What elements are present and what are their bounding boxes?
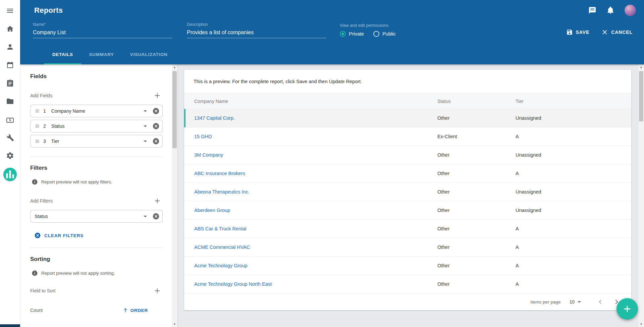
chevron-down-icon[interactable] xyxy=(144,125,147,127)
documents-icon[interactable] xyxy=(5,97,15,106)
table-row[interactable]: ACME Commercial HVAC Other A xyxy=(184,238,631,257)
filter-chip-status[interactable]: Status xyxy=(30,210,163,223)
status-cell: Other xyxy=(437,115,516,121)
tier-cell: Unassigned xyxy=(516,115,631,121)
save-button[interactable]: SAVE xyxy=(566,29,590,36)
table-row[interactable]: Abeona Therapeutics Inc. Other Unassigne… xyxy=(184,183,631,201)
page-scrollbar[interactable]: ▲ ▼ xyxy=(638,64,644,327)
company-link[interactable]: ABS Car & Truck Rental xyxy=(194,226,247,231)
scroll-down-icon[interactable]: ▼ xyxy=(172,321,177,327)
items-per-page-value: 10 xyxy=(569,299,575,305)
radio-unselected-icon xyxy=(373,31,379,37)
radio-public[interactable]: Public xyxy=(373,31,396,37)
table-row[interactable]: Aberdeen Group Other Unassigned xyxy=(184,201,631,220)
description-field-label: Description xyxy=(187,22,326,27)
company-link[interactable]: 15 GHD xyxy=(194,134,212,139)
order-button[interactable]: ORDER xyxy=(122,307,148,313)
header-actions: SAVE CANCEL xyxy=(566,21,633,36)
field-chip-company-name[interactable]: 1 Company Name xyxy=(30,105,163,117)
tab-summary[interactable]: SUMMARY xyxy=(81,46,122,64)
remove-filter-icon[interactable] xyxy=(152,213,160,220)
panel-scrollbar[interactable]: ▲ ▼ xyxy=(172,64,177,327)
settings-gear-icon[interactable] xyxy=(5,151,15,160)
fields-section-title: Fields xyxy=(30,73,163,80)
drag-handle-icon[interactable] xyxy=(35,108,40,114)
company-cell: 15 GHD xyxy=(194,134,437,139)
status-cell: Other xyxy=(437,281,516,287)
company-cell: Acme Technology Group North East xyxy=(194,281,437,287)
add-fields-row: Add Fields xyxy=(30,91,162,100)
cancel-button[interactable]: CANCEL xyxy=(601,29,633,36)
clear-filters-button[interactable]: CLEAR FILTERS xyxy=(34,232,84,239)
scroll-down-icon[interactable]: ▼ xyxy=(638,321,644,327)
arrow-up-icon xyxy=(122,307,128,313)
drag-handle-icon[interactable] xyxy=(35,123,40,129)
add-fields-icon[interactable] xyxy=(153,91,162,100)
chevron-down-icon[interactable] xyxy=(144,216,147,217)
header: Reports Name* Company List Description P… xyxy=(20,0,644,64)
items-per-page-select[interactable]: 10 xyxy=(569,299,581,305)
company-link[interactable]: 3M Company xyxy=(194,152,223,158)
calendar-icon[interactable] xyxy=(5,60,15,70)
scrollbar-thumb[interactable] xyxy=(639,71,643,121)
tier-cell: Unassigned xyxy=(516,189,631,195)
table-row[interactable]: ABC Insurance Brokers Other A xyxy=(184,164,631,183)
name-field: Name* Company List xyxy=(33,21,172,38)
company-link[interactable]: 1347 Capital Corp. xyxy=(194,115,235,121)
tab-details[interactable]: DETAILS xyxy=(44,46,81,64)
chevron-down-icon[interactable] xyxy=(144,141,147,142)
status-cell: Other xyxy=(437,152,516,158)
config-panel-content: Fields Add Fields 1 Company Name 2 Statu… xyxy=(20,64,177,318)
table-body: 1347 Capital Corp. Other Unassigned 15 G… xyxy=(184,109,631,293)
remove-field-icon[interactable] xyxy=(152,107,160,115)
tab-visualization[interactable]: VISUALIZATION xyxy=(122,46,176,64)
config-panel: Fields Add Fields 1 Company Name 2 Statu… xyxy=(20,64,177,327)
chevron-down-icon xyxy=(578,301,581,303)
menu-icon[interactable] xyxy=(5,6,15,15)
table-row[interactable]: 3M Company Other Unassigned xyxy=(184,146,631,164)
scrollbar-thumb[interactable] xyxy=(172,71,177,148)
previous-page-icon[interactable] xyxy=(595,297,605,307)
page-title: Reports xyxy=(34,6,63,15)
column-status: Status xyxy=(437,99,516,104)
description-field-input[interactable]: Provides a list of companies xyxy=(187,30,326,38)
bell-icon[interactable] xyxy=(606,6,615,15)
avatar[interactable] xyxy=(625,5,636,16)
table-row[interactable]: ABS Car & Truck Rental Other A xyxy=(184,220,631,238)
tools-icon[interactable] xyxy=(5,133,15,142)
bottom-edge xyxy=(0,324,20,327)
table-row[interactable]: 15 GHD Ex-Client A xyxy=(184,127,631,146)
remove-field-icon[interactable] xyxy=(152,138,160,145)
company-link[interactable]: Acme Technology Group xyxy=(194,263,248,268)
form-5-icon[interactable]: 5 xyxy=(5,115,15,124)
add-sort-field-icon[interactable] xyxy=(153,286,162,295)
add-filters-icon[interactable] xyxy=(153,197,162,205)
table-row[interactable]: 1347 Capital Corp. Other Unassigned xyxy=(184,109,631,127)
clear-filters-icon xyxy=(34,232,41,239)
radio-private[interactable]: Private xyxy=(340,31,364,37)
table-row[interactable]: Acme Technology Group Other A xyxy=(184,257,631,275)
company-link[interactable]: Aberdeen Group xyxy=(194,208,230,213)
scroll-up-icon[interactable]: ▲ xyxy=(172,64,177,70)
field-chip-status[interactable]: 2 Status xyxy=(30,120,163,132)
scroll-up-icon[interactable]: ▲ xyxy=(638,64,644,70)
company-link[interactable]: ABC Insurance Brokers xyxy=(194,171,245,176)
chat-icon[interactable] xyxy=(588,6,597,15)
contacts-icon[interactable] xyxy=(5,42,15,52)
field-chip-tier[interactable]: 3 Tier xyxy=(30,135,163,148)
name-field-input[interactable]: Company List xyxy=(33,30,172,38)
add-report-fab[interactable] xyxy=(616,298,638,320)
home-icon[interactable] xyxy=(5,24,15,34)
remove-field-icon[interactable] xyxy=(152,122,160,130)
table-row[interactable]: Acme Technology Group North East Other A xyxy=(184,275,631,293)
company-link[interactable]: Abeona Therapeutics Inc. xyxy=(194,189,250,195)
tasks-icon[interactable] xyxy=(5,78,15,88)
radio-public-label: Public xyxy=(382,31,396,37)
drag-handle-icon[interactable] xyxy=(35,139,40,144)
chevron-down-icon[interactable] xyxy=(144,110,147,112)
company-link[interactable]: Acme Technology Group North East xyxy=(194,281,272,287)
tier-cell: A xyxy=(516,226,631,231)
column-tier: Tier xyxy=(516,99,631,104)
reports-chart-icon[interactable] xyxy=(3,168,17,181)
company-link[interactable]: ACME Commercial HVAC xyxy=(194,244,250,250)
